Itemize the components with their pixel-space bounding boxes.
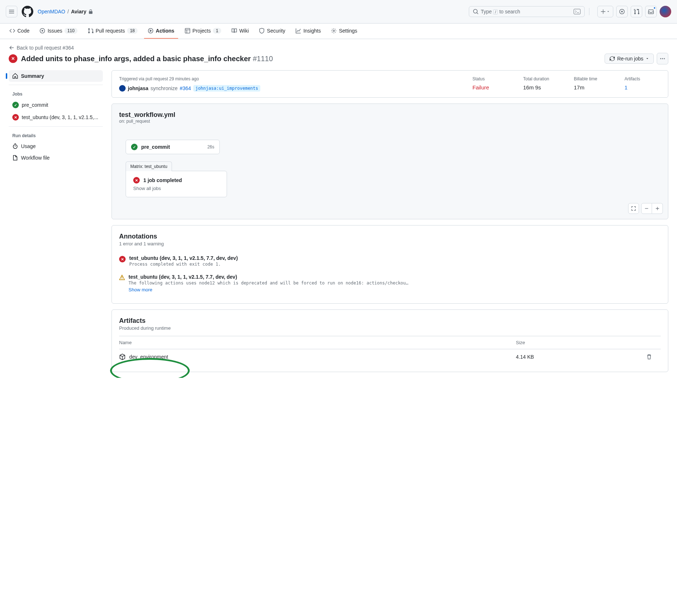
breadcrumb: OpenMDAO / Aviary [38, 9, 93, 14]
annotation-error[interactable]: ✕ test_ubuntu (dev, 3, 1, 1, v2.1.5, 7.7… [119, 252, 661, 270]
show-more-link[interactable]: Show more [129, 287, 411, 292]
annotations-box: Annotations 1 error and 1 warning ✕ test… [112, 225, 668, 304]
billable-value: 17m [574, 84, 610, 90]
sync-icon [609, 56, 615, 62]
x-icon: ✕ [133, 177, 140, 183]
status-value: Failure [472, 84, 509, 90]
matrix-card[interactable]: ✕ 1 job completed Show all jobs [126, 171, 227, 197]
branch-label[interactable]: johnjasa:ui_improvements [193, 85, 260, 92]
sidebar-summary[interactable]: Summary [9, 70, 103, 82]
lock-icon [88, 9, 93, 14]
tab-actions[interactable]: Actions [144, 24, 178, 39]
svg-point-2 [622, 11, 623, 12]
zoom-in-button[interactable] [652, 203, 663, 214]
tab-insights[interactable]: Insights [292, 24, 324, 39]
svg-point-9 [662, 58, 663, 59]
minus-icon [644, 206, 649, 211]
check-icon: ✓ [12, 102, 19, 108]
menu-button[interactable] [6, 6, 17, 17]
matrix-tab[interactable]: Matrix: test_ubuntu [126, 161, 172, 171]
trash-icon[interactable] [646, 354, 652, 360]
actor-avatar[interactable] [119, 85, 126, 92]
add-menu-button[interactable] [597, 6, 613, 17]
plus-icon [655, 206, 660, 211]
error-icon: ✕ [119, 256, 126, 262]
user-avatar[interactable] [660, 6, 671, 17]
breadcrumb-separator: / [67, 9, 69, 14]
svg-point-7 [333, 30, 335, 31]
svg-point-4 [42, 30, 43, 31]
artifact-name: dev_environment [129, 354, 168, 360]
tab-code[interactable]: Code [6, 24, 33, 39]
trigger-action: synchronize [151, 85, 178, 91]
trigger-pr-link[interactable]: #364 [180, 85, 191, 91]
global-header: OpenMDAO / Aviary Type / to search [0, 0, 677, 24]
github-logo[interactable] [22, 6, 33, 17]
pulls-shortcut-button[interactable] [631, 6, 642, 17]
status-fail-icon: ✕ [9, 54, 17, 63]
svg-rect-0 [574, 9, 580, 14]
shield-icon [259, 28, 265, 34]
tab-wiki[interactable]: Wiki [228, 24, 252, 39]
gear-icon [331, 28, 337, 34]
rerun-button[interactable]: Re-run jobs [605, 54, 654, 64]
pull-icon [634, 9, 639, 14]
job-card-precommit[interactable]: ✓ pre_commit 26s [126, 140, 220, 154]
artifacts-table-header: Name Size [119, 336, 661, 349]
back-link[interactable]: Back to pull request #364 [9, 45, 668, 51]
summary-box: Triggered via pull request 29 minutes ag… [112, 70, 668, 98]
project-icon [185, 28, 190, 34]
tab-projects[interactable]: Projects1 [181, 24, 225, 39]
trigger-line: Triggered via pull request 29 minutes ag… [119, 76, 458, 81]
artifacts-box: Artifacts Produced during runtime Name S… [112, 309, 668, 372]
play-icon [148, 28, 154, 34]
warning-icon [119, 275, 125, 280]
fullscreen-button[interactable] [628, 203, 639, 214]
annotation-warning[interactable]: test_ubuntu (dev, 3, 1, 1, v2.1.5, 7.7, … [119, 270, 661, 296]
artifact-size: 4.14 KB [516, 354, 646, 360]
header-actions [597, 6, 671, 17]
sidebar-workflow-file[interactable]: Workflow file [9, 152, 103, 164]
page-title: Added units to phase_info args, added a … [21, 55, 273, 63]
tab-issues[interactable]: Issues110 [36, 24, 81, 39]
svg-rect-6 [185, 29, 190, 33]
caret-down-icon [646, 57, 649, 60]
breadcrumb-owner[interactable]: OpenMDAO [38, 9, 65, 14]
sidebar-details-heading: Run details [9, 130, 103, 140]
artifacts-subtitle: Produced during runtime [119, 325, 661, 331]
sidebar-job-testubuntu[interactable]: ✕ test_ubuntu (dev, 3, 1, 1, v2.1.5,... [9, 111, 103, 123]
arrow-left-icon [9, 45, 14, 51]
sidebar-usage[interactable]: Usage [9, 140, 103, 152]
annotations-subtitle: 1 error and 1 warning [119, 241, 661, 246]
sidebar-job-precommit[interactable]: ✓ pre_commit [9, 99, 103, 111]
workflow-title[interactable]: test_workflow.yml [119, 111, 661, 119]
check-icon: ✓ [131, 144, 138, 150]
tab-settings[interactable]: Settings [327, 24, 361, 39]
actor-name[interactable]: johnjasa [128, 85, 148, 91]
artifact-row[interactable]: dev_environment 4.14 KB [119, 349, 661, 364]
package-icon [119, 354, 126, 360]
breadcrumb-repo[interactable]: Aviary [71, 9, 86, 14]
home-icon [12, 73, 18, 79]
tab-security[interactable]: Security [255, 24, 289, 39]
sidebar: Summary Jobs ✓ pre_commit ✕ test_ubuntu … [9, 70, 103, 372]
matrix-show-all[interactable]: Show all jobs [133, 186, 219, 191]
tab-pulls[interactable]: Pull requests18 [84, 24, 141, 39]
book-icon [231, 28, 237, 34]
issues-shortcut-button[interactable] [616, 6, 628, 17]
duration-value[interactable]: 16m 9s [523, 84, 559, 90]
search-icon [473, 9, 479, 14]
divider [589, 8, 589, 15]
more-button[interactable] [657, 53, 668, 64]
issue-icon [39, 28, 45, 34]
artifacts-value[interactable]: 1 [625, 84, 661, 90]
svg-point-10 [664, 58, 665, 59]
zoom-out-button[interactable] [641, 203, 652, 214]
kebab-icon [660, 56, 665, 62]
sidebar-jobs-heading: Jobs [9, 88, 103, 99]
caret-down-icon [606, 10, 610, 13]
workflow-graph: test_workflow.yml on: pull_request ✓ pre… [112, 104, 668, 219]
plus-icon [601, 9, 606, 14]
artifacts-title: Artifacts [119, 317, 661, 325]
search-input[interactable]: Type / to search [469, 6, 585, 17]
